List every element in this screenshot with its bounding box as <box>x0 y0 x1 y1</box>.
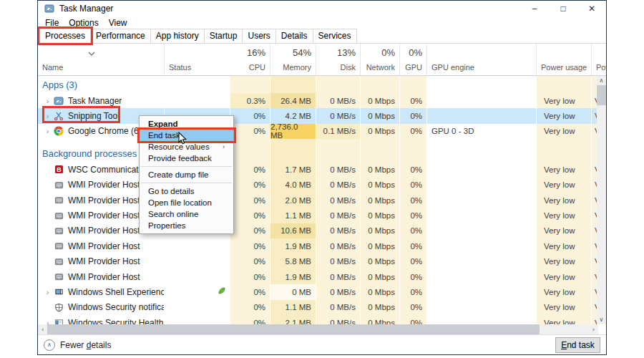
cell-mem <box>270 76 316 93</box>
wmi-icon <box>53 226 64 236</box>
process-name: WMI Provider Host <box>68 211 140 221</box>
cell-mem: 1.1 MB <box>270 208 316 223</box>
expander-chevron-icon[interactable]: › <box>42 288 53 296</box>
context-menu-item-properties[interactable]: Properties <box>140 220 233 231</box>
cell-gpu <box>399 145 426 162</box>
cell-cpu <box>230 139 270 145</box>
context-menu-item-end-task[interactable]: End task <box>140 130 233 141</box>
column-header-power-usage[interactable]: Power usage <box>536 44 591 75</box>
column-header-status[interactable]: Status <box>164 44 230 75</box>
tab-app-history[interactable]: App history <box>150 29 205 43</box>
cell-status <box>164 300 230 315</box>
context-menu-item-label: Provide feedback <box>148 154 212 163</box>
menu-file[interactable]: File <box>40 17 64 29</box>
column-header-gpu[interactable]: 0%GPU <box>399 44 426 75</box>
process-row-wmi-provider-host[interactable]: WMI Provider Host0%5.8 MB0 MB/s0 Mbps0%V… <box>38 254 606 269</box>
column-header-name[interactable]: Name <box>38 44 164 75</box>
column-header-power-usage-trend[interactable]: Pow <box>591 44 606 75</box>
context-menu-item-create-dump-file[interactable]: Create dump file <box>140 169 233 180</box>
vertical-scrollbar[interactable]: ∧ ∨ <box>597 76 606 324</box>
cell-cpu: 0% <box>230 178 270 193</box>
process-name: WMI Provider Host <box>68 241 140 251</box>
expander-chevron-icon[interactable]: › <box>42 112 53 120</box>
column-header-cpu[interactable]: 16%CPU <box>230 44 270 75</box>
scroll-left-icon[interactable]: ‹ <box>38 326 47 333</box>
menu-view[interactable]: View <box>104 17 132 29</box>
tab-bar: ProcessesPerformanceApp historyStartupUs… <box>38 29 606 44</box>
process-row-wmi-provider-host[interactable]: WMI Provider Host0%1.1 MB0 MB/s0 Mbps0%V… <box>38 208 606 223</box>
cell-cpu: 0% <box>230 108 270 123</box>
vertical-scrollbar-thumb[interactable] <box>597 85 606 105</box>
context-menu-item-search-online[interactable]: Search online <box>140 208 233 220</box>
cell-mem: 0 MB <box>270 284 316 299</box>
process-row-wmi-provider-host[interactable]: WMI Provider Host0%10.6 MB0 MB/s0 Mbps0%… <box>38 223 606 238</box>
cell-power-usage: Very low <box>536 124 591 139</box>
cell-disk <box>316 139 360 145</box>
expander-chevron-icon[interactable]: › <box>42 319 53 324</box>
horizontal-scrollbar[interactable]: ‹ › <box>38 324 598 334</box>
cell-mem <box>270 145 316 162</box>
process-row-wmi-provider-host[interactable]: WMI Provider Host0%2.0 MB0 MB/s0 Mbps0%V… <box>38 193 606 208</box>
scroll-right-icon[interactable]: › <box>589 326 598 333</box>
expander-chevron-icon[interactable]: › <box>42 97 53 105</box>
end-task-button[interactable]: End task <box>555 337 600 353</box>
process-row-google-chrome-60[interactable]: ›Google Chrome (60)0%2,736.0 MB0.1 MB/s0… <box>38 124 606 139</box>
cell-net: 0 Mbps <box>360 284 399 299</box>
cell-name: WMI Provider Host <box>38 238 164 253</box>
cell-cpu: 0% <box>230 238 270 253</box>
column-header-network[interactable]: 0%Network <box>360 44 399 75</box>
process-row-wmi-provider-host[interactable]: WMI Provider Host0%4.0 MB0 MB/s0 Mbps0%V… <box>38 178 606 193</box>
wmi-icon <box>53 211 64 221</box>
menu-options[interactable]: Options <box>64 17 103 29</box>
cell-gpu-engine <box>426 238 536 253</box>
cell-disk: 0 MB/s <box>316 269 360 284</box>
context-menu-item-expand[interactable]: Expand <box>140 118 233 130</box>
cell-mem: 1.1 MB <box>270 300 316 315</box>
process-row-wmi-provider-host[interactable]: WMI Provider Host0%1.9 MB0 MB/s0 Mbps0%V… <box>38 269 606 284</box>
process-row-windows-security-notification-i[interactable]: Windows Security notification i...0%1.1 … <box>38 300 606 315</box>
process-row-wmi-provider-host[interactable]: WMI Provider Host0%1.9 MB0 MB/s0 Mbps0%V… <box>38 238 606 253</box>
column-header-disk[interactable]: 13%Disk <box>316 44 360 75</box>
process-row-task-manager[interactable]: ›Task Manager0.3%26.4 MB0 MB/s0 Mbps0%Ve… <box>38 93 606 108</box>
fewer-details-toggle[interactable]: ∧ Fewer details <box>44 339 111 351</box>
context-menu-item-go-to-details[interactable]: Go to details <box>140 185 233 197</box>
chrome-icon <box>53 126 64 136</box>
header-percent: 54% <box>293 47 311 58</box>
tab-users[interactable]: Users <box>242 29 275 43</box>
task-manager-app-icon <box>44 4 55 14</box>
scroll-up-icon[interactable]: ∧ <box>597 76 606 85</box>
cell-status <box>164 93 230 108</box>
horizontal-scrollbar-thumb[interactable] <box>47 324 540 334</box>
process-row-windows-shell-experience-host[interactable]: ›Windows Shell Experience Host0%0 MB0 MB… <box>38 284 606 299</box>
header-label: Disk <box>341 63 356 72</box>
tab-performance[interactable]: Performance <box>90 29 151 43</box>
scroll-down-icon[interactable]: ∨ <box>597 315 606 324</box>
context-menu-item-provide-feedback[interactable]: Provide feedback <box>140 153 233 164</box>
menu-separator <box>141 183 232 183</box>
cell-disk <box>316 145 360 162</box>
column-header-memory[interactable]: 54%Memory <box>270 44 316 75</box>
context-menu-item-open-file-location[interactable]: Open file location <box>140 197 233 208</box>
tab-details[interactable]: Details <box>275 29 313 43</box>
maximize-button[interactable]: □ <box>549 1 577 16</box>
process-row-snipping-tool[interactable]: ›Snipping Tool0%4.2 MB0 MB/s0 Mbps0%Very… <box>38 108 606 123</box>
process-name: Task Manager <box>68 96 122 106</box>
expander-chevron-icon[interactable]: › <box>42 127 53 135</box>
header-label: Network <box>366 63 395 72</box>
cell-gpu: 0% <box>399 208 426 223</box>
tab-services[interactable]: Services <box>313 29 357 43</box>
column-header-gpu-engine[interactable]: GPU engine <box>426 44 536 75</box>
minimize-button[interactable]: – <box>520 1 549 16</box>
tab-processes[interactable]: Processes <box>39 29 91 43</box>
process-row-windows-security-health-service[interactable]: ›Windows Security Health Service0%2.1 MB… <box>38 315 606 324</box>
context-menu-item-label: Create dump file <box>148 170 208 179</box>
tab-startup[interactable]: Startup <box>204 29 243 43</box>
process-row-wsc-communicator[interactable]: BWSC Communicator0%1.7 MB0 MB/s0 Mbps0%V… <box>38 162 606 177</box>
cell-cpu <box>230 76 270 93</box>
cell-gpu <box>399 76 426 93</box>
cell-gpu-engine <box>426 145 536 162</box>
cell-net: 0 Mbps <box>360 269 399 284</box>
cell-disk: 0 MB/s <box>316 238 360 253</box>
close-button[interactable]: ✕ <box>577 1 606 16</box>
context-menu-item-resource-values[interactable]: Resource values› <box>140 141 233 153</box>
